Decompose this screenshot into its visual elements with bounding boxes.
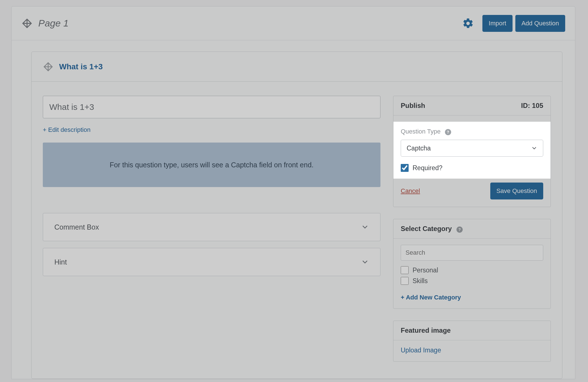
drag-handle-icon[interactable]: [21, 18, 33, 29]
page-title: Page 1: [38, 18, 69, 29]
captcha-info-text: For this question type, users will see a…: [110, 161, 314, 169]
category-label: Personal: [413, 266, 438, 274]
required-label: Required?: [413, 164, 442, 172]
import-button[interactable]: Import: [482, 15, 512, 32]
select-category-box: Select Category ? Personal: [393, 219, 551, 309]
required-checkbox-row[interactable]: Required?: [401, 164, 543, 172]
add-new-category-link[interactable]: + Add New Category: [401, 294, 461, 301]
chevron-down-icon: [531, 145, 537, 151]
hint-label: Hint: [54, 258, 67, 266]
question-title-link[interactable]: What is 1+3: [59, 62, 103, 71]
required-checkbox[interactable]: [401, 164, 409, 172]
publish-box: Publish ID: 105 Question Type ?: [393, 96, 551, 207]
upload-image-link[interactable]: Upload Image: [401, 347, 441, 354]
save-question-button[interactable]: Save Question: [490, 183, 543, 199]
question-header: What is 1+3: [32, 52, 562, 82]
question-type-zone: Question Type ? Captcha: [393, 122, 551, 179]
category-item-skills[interactable]: Skills: [401, 277, 543, 285]
comment-box-label: Comment Box: [54, 223, 99, 231]
category-label: Skills: [413, 277, 428, 285]
page-card: Page 1 Import Add Question What is 1+3: [11, 6, 575, 379]
add-question-button[interactable]: Add Question: [515, 15, 565, 32]
question-type-value: Captcha: [407, 145, 431, 152]
page-header: Page 1 Import Add Question: [12, 6, 575, 40]
question-type-label: Question Type: [401, 128, 440, 135]
help-icon[interactable]: ?: [456, 226, 463, 233]
publish-title: Publish: [401, 102, 425, 110]
drag-handle-icon[interactable]: [43, 61, 54, 72]
captcha-info-banner: For this question type, users will see a…: [43, 143, 380, 187]
featured-image-box: Featured image Upload Image: [393, 321, 551, 362]
hint-accordion[interactable]: Hint: [43, 248, 380, 276]
comment-box-accordion[interactable]: Comment Box: [43, 213, 380, 241]
chevron-down-icon: [361, 258, 369, 266]
category-checkbox[interactable]: [401, 277, 409, 285]
question-type-select[interactable]: Captcha: [401, 140, 543, 157]
category-checkbox[interactable]: [401, 266, 409, 274]
question-id-label: ID: 105: [521, 102, 543, 110]
help-icon[interactable]: ?: [445, 129, 451, 135]
category-item-personal[interactable]: Personal: [401, 266, 543, 274]
cancel-link[interactable]: Cancel: [401, 187, 420, 195]
category-search-input[interactable]: [401, 245, 543, 261]
featured-image-title: Featured image: [401, 327, 451, 334]
settings-button[interactable]: [462, 17, 474, 29]
edit-description-link[interactable]: + Edit description: [43, 126, 90, 134]
chevron-down-icon: [361, 223, 369, 231]
select-category-title: Select Category: [401, 225, 452, 232]
question-card: What is 1+3 + Edit description For this …: [31, 52, 562, 379]
question-title-input[interactable]: [43, 96, 380, 118]
